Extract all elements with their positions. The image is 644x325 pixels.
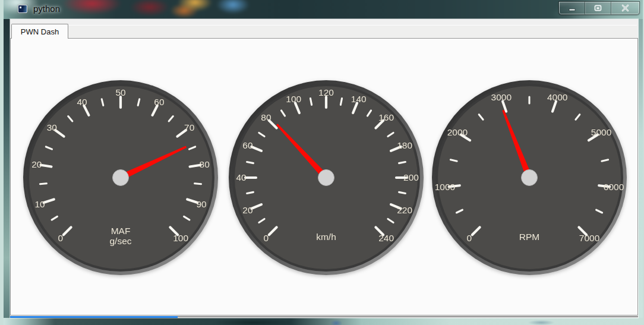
svg-text:100: 100 (286, 94, 301, 104)
window-frame-bottom (4, 318, 643, 325)
gauge-maf: 0102030405060708090100MAFg/sec (23, 80, 219, 276)
svg-text:4000: 4000 (547, 92, 568, 102)
svg-text:30: 30 (47, 122, 58, 132)
desktop-background: python (0, 0, 644, 325)
svg-text:1000: 1000 (435, 182, 456, 192)
app-window: python (4, 0, 643, 325)
caption-button-group (558, 1, 640, 15)
minimize-button[interactable] (559, 2, 585, 14)
tab-label: PWN Dash (21, 27, 59, 36)
svg-text:20: 20 (242, 205, 253, 215)
svg-text:10: 10 (34, 199, 45, 209)
svg-text:km/h: km/h (316, 232, 336, 242)
gauge-maf-svg: 0102030405060708090100MAFg/sec (23, 80, 219, 276)
svg-text:240: 240 (378, 233, 394, 243)
svg-text:60: 60 (242, 140, 253, 150)
restore-button[interactable] (585, 2, 611, 14)
gauge-speed: 020406080100120140160180200220240km/h (228, 80, 424, 276)
svg-text:120: 120 (318, 87, 334, 97)
window-frame-right (638, 19, 643, 318)
gauge-rpm: 01000200030004000500060007000RPM (431, 80, 627, 276)
svg-text:20: 20 (31, 159, 42, 169)
svg-text:2000: 2000 (447, 127, 468, 137)
gauge-rpm-svg: 01000200030004000500060007000RPM (431, 80, 627, 276)
svg-text:50: 50 (115, 87, 126, 97)
svg-text:0: 0 (58, 233, 64, 243)
svg-text:160: 160 (378, 112, 394, 122)
svg-text:40: 40 (236, 172, 247, 182)
app-window-icon (18, 5, 27, 13)
tab-pwn-dash[interactable]: PWN Dash (11, 24, 68, 39)
window-title: python (33, 4, 60, 14)
svg-text:MAF: MAF (111, 226, 131, 236)
svg-text:0: 0 (264, 233, 269, 243)
close-button[interactable] (611, 2, 639, 14)
restore-icon (594, 4, 602, 12)
svg-text:7000: 7000 (579, 233, 600, 243)
svg-text:80: 80 (200, 159, 210, 169)
svg-text:6000: 6000 (604, 182, 624, 192)
dashboard-pane: 0102030405060708090100MAFg/sec 020406080… (10, 38, 638, 315)
svg-text:70: 70 (184, 122, 195, 132)
svg-text:90: 90 (196, 199, 207, 209)
svg-text:80: 80 (261, 112, 272, 122)
bottom-edge-line (10, 315, 638, 318)
tab-bar-empty-area (68, 25, 637, 38)
svg-text:100: 100 (173, 233, 188, 243)
svg-text:140: 140 (351, 94, 367, 104)
minimize-icon (568, 5, 576, 12)
bottom-edge-blue-segment (10, 316, 178, 318)
close-icon (621, 4, 630, 12)
svg-text:g/sec: g/sec (109, 236, 131, 246)
client-area: PWN Dash 0102030405060708090100MAFg/sec … (10, 19, 638, 318)
title-bar[interactable]: python (4, 0, 643, 19)
svg-text:200: 200 (403, 172, 419, 182)
svg-text:RPM: RPM (519, 232, 539, 242)
svg-text:40: 40 (77, 97, 87, 107)
svg-text:3000: 3000 (491, 92, 512, 102)
svg-text:5000: 5000 (591, 127, 612, 137)
svg-text:220: 220 (397, 205, 412, 215)
gauge-speed-svg: 020406080100120140160180200220240km/h (228, 80, 424, 276)
svg-text:60: 60 (154, 97, 165, 107)
svg-text:180: 180 (397, 140, 412, 150)
svg-text:0: 0 (467, 233, 472, 243)
bottom-edge-gray-segment (178, 316, 638, 317)
window-frame-left (4, 19, 10, 318)
